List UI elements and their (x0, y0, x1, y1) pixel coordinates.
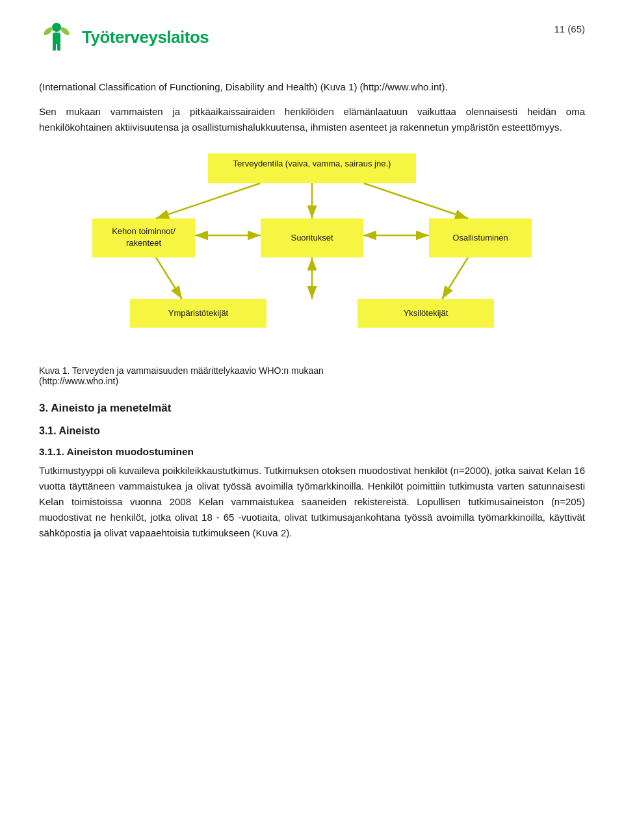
svg-text:Yksilötekijät: Yksilötekijät (404, 308, 448, 318)
diagram-caption: Kuva 1. Terveyden ja vammaisuuden määrit… (39, 365, 585, 386)
intro-text-2: Sen mukaan vammaisten ja pitkäaikaissair… (39, 104, 585, 135)
svg-rect-8 (208, 153, 416, 183)
logo-area: Työterveyslaitos (39, 20, 209, 55)
header: Työterveyslaitos 11 (65) (39, 20, 585, 61)
svg-line-23 (364, 183, 468, 218)
svg-text:rakenteet: rakenteet (126, 238, 162, 248)
svg-text:Ympäristötekijät: Ympäristötekijät (168, 308, 229, 318)
svg-line-21 (156, 183, 260, 218)
svg-line-27 (156, 257, 182, 299)
section311-heading: 3.1.1. Aineiston muodostuminen (39, 446, 585, 458)
svg-line-28 (442, 257, 468, 299)
logo-icon (39, 20, 74, 55)
svg-rect-5 (57, 43, 60, 51)
svg-point-0 (52, 23, 61, 32)
svg-text:Kehon toiminnot/: Kehon toiminnot/ (112, 226, 176, 236)
main-paragraph: Tutkimustyyppi oli kuvaileva poikkileikk… (39, 463, 585, 541)
svg-text:Suoritukset: Suoritukset (291, 233, 333, 243)
svg-text:Osallistuminen: Osallistuminen (452, 233, 508, 243)
svg-rect-1 (53, 33, 60, 44)
section31-heading: 3.1. Aineisto (39, 425, 585, 437)
diagram-caption-line2: (http://www.who.int) (39, 376, 118, 386)
diagram-caption-line1: Kuva 1. Terveyden ja vammaisuuden määrit… (39, 365, 324, 376)
section3-heading: 3. Aineisto ja menetelmät (39, 402, 585, 415)
diagram-container: Terveydentila (vaiva, vamma, sairaus jne… (39, 151, 585, 352)
svg-rect-4 (53, 43, 56, 51)
intro-text-1: (International Classification of Functio… (39, 79, 585, 95)
page-number: 11 (65) (554, 23, 585, 34)
logo-text: Työterveyslaitos (82, 27, 209, 47)
diagram-svg: Terveydentila (vaiva, vamma, sairaus jne… (91, 151, 533, 352)
svg-text:Terveydentila (vaiva, vamma, s: Terveydentila (vaiva, vamma, sairaus jne… (233, 159, 391, 168)
